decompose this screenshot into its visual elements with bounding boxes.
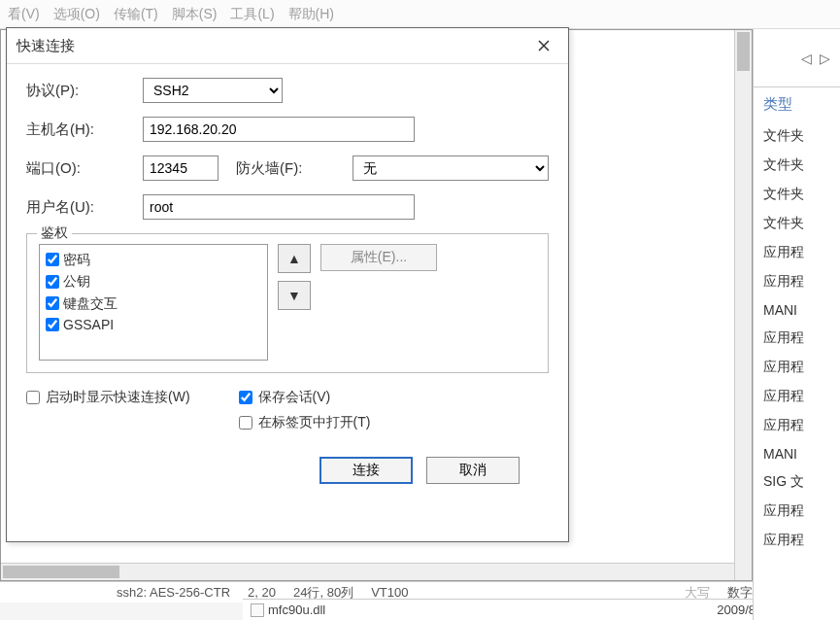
vertical-scrollbar[interactable] — [734, 30, 752, 580]
list-item[interactable]: 文件夹 — [754, 209, 840, 238]
list-item[interactable]: 应用程 — [754, 238, 840, 267]
dialog-title-text: 快速连接 — [17, 37, 75, 55]
host-input[interactable] — [143, 117, 415, 142]
auth-checkbox-password[interactable] — [46, 253, 59, 266]
dialog-titlebar[interactable]: 快速连接 — [7, 28, 568, 64]
list-item[interactable]: MANI — [754, 440, 840, 467]
auth-option: 公钥 — [46, 270, 261, 292]
firewall-select[interactable]: 无 — [353, 155, 549, 181]
list-item[interactable]: 应用程 — [754, 267, 840, 296]
list-item[interactable]: 文件夹 — [754, 180, 840, 209]
menu-item[interactable]: 脚本(S) — [172, 6, 218, 23]
user-label: 用户名(U): — [26, 198, 133, 217]
save-session-option: 保存会话(V) — [239, 389, 371, 406]
port-label: 端口(O): — [26, 159, 133, 178]
move-up-button[interactable]: ▲ — [278, 244, 311, 273]
protocol-select[interactable]: SSH2 — [143, 78, 283, 103]
side-panel: ◁ ▷ 类型 文件夹 文件夹 文件夹 文件夹 应用程 应用程 MANI 应用程 … — [753, 29, 840, 620]
save-session-checkbox[interactable] — [239, 391, 252, 404]
list-item[interactable]: 文件夹 — [754, 151, 840, 180]
nav-right-icon[interactable]: ▷ — [820, 51, 830, 66]
list-item[interactable]: 应用程 — [754, 324, 840, 353]
status-pos: 2, 20 — [248, 585, 276, 600]
file-name: mfc90u.dll — [268, 603, 325, 617]
auth-checkbox-publickey[interactable] — [46, 275, 59, 289]
status-term: VT100 — [371, 585, 408, 600]
auth-option: 密码 — [46, 249, 261, 270]
menu-item[interactable]: 工具(L) — [230, 6, 274, 23]
file-icon — [251, 603, 264, 617]
protocol-label: 协议(P): — [26, 82, 133, 100]
auth-option: GSSAPI — [46, 314, 261, 335]
file-list-row[interactable]: mfc90u.dll 2009/8/7 12:50 — [243, 599, 840, 620]
connect-button[interactable]: 连接 — [319, 457, 413, 484]
nav-left-icon[interactable]: ◁ — [801, 51, 812, 66]
startup-show-option: 启动时显示快速连接(W) — [26, 389, 190, 406]
triangle-down-icon: ▼ — [287, 288, 301, 303]
auth-checkbox-keyboard[interactable] — [46, 296, 59, 310]
cancel-button[interactable]: 取消 — [426, 457, 520, 484]
host-label: 主机名(H): — [26, 121, 133, 139]
username-input[interactable] — [143, 194, 415, 220]
list-item[interactable]: 应用程 — [754, 411, 840, 440]
bg-menubar: 看(V) 选项(O) 传输(T) 脚本(S) 工具(L) 帮助(H) — [0, 0, 840, 29]
auth-legend: 鉴权 — [37, 224, 72, 242]
close-button[interactable] — [529, 34, 558, 57]
properties-button[interactable]: 属性(E)... — [320, 244, 437, 271]
menu-item[interactable]: 选项(O) — [53, 6, 100, 23]
close-icon — [538, 40, 550, 52]
port-input[interactable] — [143, 155, 218, 181]
list-item[interactable]: 文件夹 — [754, 121, 840, 151]
horizontal-scrollbar[interactable] — [1, 563, 734, 580]
open-in-tab-checkbox[interactable] — [239, 416, 252, 430]
auth-option: 键盘交互 — [46, 293, 261, 314]
menu-item[interactable]: 传输(T) — [114, 6, 158, 23]
auth-fieldset: 鉴权 密码 公钥 键盘交互 GSSAPI ▲ ▼ 属性(E)... — [26, 233, 549, 373]
list-item[interactable]: 应用程 — [754, 382, 840, 411]
startup-show-checkbox[interactable] — [26, 391, 40, 404]
firewall-label: 防火墙(F): — [236, 159, 343, 178]
auth-listbox[interactable]: 密码 公钥 键盘交互 GSSAPI — [39, 244, 268, 361]
triangle-up-icon: ▲ — [287, 251, 301, 266]
column-header[interactable]: 类型 — [754, 87, 840, 121]
side-header: ◁ ▷ — [754, 29, 840, 87]
list-item[interactable]: SIG 文 — [754, 467, 840, 497]
list-item[interactable]: 应用程 — [754, 353, 840, 382]
menu-item[interactable]: 看(V) — [8, 6, 40, 23]
list-item[interactable]: 应用程 — [754, 526, 840, 555]
list-item[interactable]: 应用程 — [754, 497, 840, 526]
scroll-thumb[interactable] — [3, 566, 119, 578]
menu-item[interactable]: 帮助(H) — [288, 6, 334, 23]
quick-connect-dialog: 快速连接 协议(P): SSH2 主机名(H): 端口(O): 防火墙(F): … — [6, 27, 569, 542]
auth-checkbox-gssapi[interactable] — [46, 318, 59, 331]
move-down-button[interactable]: ▼ — [278, 281, 311, 310]
list-item[interactable]: MANI — [754, 296, 840, 324]
status-cipher: ssh2: AES-256-CTR — [117, 585, 230, 600]
open-in-tab-option: 在标签页中打开(T) — [239, 414, 371, 431]
scroll-thumb[interactable] — [737, 32, 750, 71]
